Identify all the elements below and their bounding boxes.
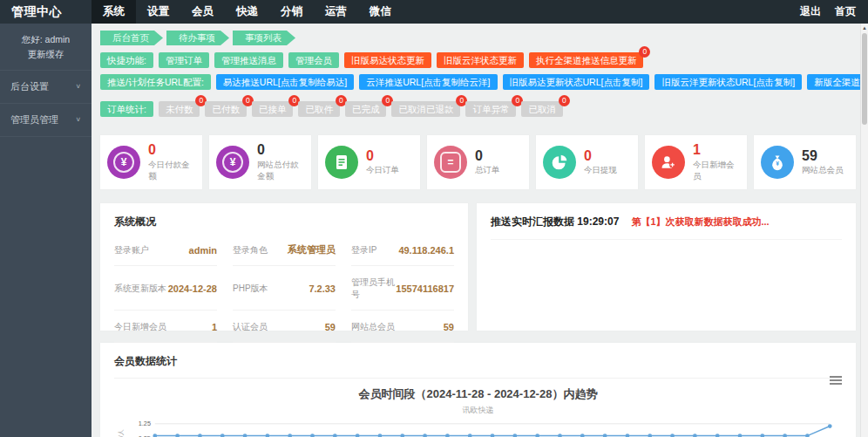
stat-card-value: 0 — [148, 142, 195, 158]
breadcrumb-item[interactable]: 事项列表 — [233, 31, 295, 45]
breadcrumb-item[interactable]: 后台首页 — [100, 31, 163, 45]
stat-card-value: 0 — [257, 142, 304, 158]
order-stat-已取件[interactable]: 已取件0 — [298, 101, 340, 117]
stat-card-网站总会员[interactable]: ¥59网站总会员 — [754, 135, 856, 189]
overview-cell-今日新增会员: 今日新增会员1 — [114, 311, 217, 343]
url-button-旧版云洋更新状态URL[点击复制][interactable]: 旧版云洋更新状态URL[点击复制] — [654, 74, 802, 90]
chart-menu-icon[interactable] — [830, 374, 842, 386]
top-nav: 系统设置会员快递分销运营微信 退出 首页 — [92, 0, 868, 24]
order-stat-已接单[interactable]: 已接单0 — [252, 101, 294, 117]
overview-value: 系统管理员 — [288, 243, 336, 256]
stat-card-网站总付款金额[interactable]: ¥0网站总付款金额 — [209, 135, 311, 189]
stat-card-label: 网站总付款金额 — [257, 160, 304, 182]
stat-card-icon-wrap — [325, 146, 358, 179]
order-stat-已取消[interactable]: 已取消0 — [521, 101, 563, 117]
stat-card-今日付款金额[interactable]: ¥0今日付款金额 — [100, 135, 202, 189]
overview-value: 7.2.33 — [309, 283, 336, 294]
breadcrumb-item[interactable]: 待办事项 — [166, 31, 229, 45]
panels-row: 系统概况 登录账户admin登录角色系统管理员登录IP49.118.246.1系… — [100, 203, 856, 331]
breadcrumb: 后台首页待办事项事项列表 — [100, 31, 856, 45]
sidebar-item-label: 后台设置 — [10, 80, 49, 93]
nav-tab-设置[interactable]: 设置 — [136, 0, 180, 24]
pie-chart-icon — [551, 154, 568, 171]
push-report-head: 推送实时汇报数据 19:29:07 第【1】次获取新数据获取成功... — [491, 215, 842, 240]
stat-card-value: 59 — [802, 148, 844, 164]
quick-button-管理推送消息[interactable]: 管理推送消息 — [214, 52, 283, 68]
stat-card-icon-wrap — [543, 146, 576, 179]
main-content: 后台首页待办事项事项列表 快捷功能:管理订单管理推送消息管理会员旧版易达状态更新… — [92, 24, 868, 437]
order-stat-已取消已退款[interactable]: 已取消已退款0 — [391, 101, 460, 117]
yen-icon: ¥ — [222, 152, 243, 173]
overview-label: 管理员手机号 — [351, 277, 396, 301]
nav-tab-会员[interactable]: 会员 — [180, 0, 225, 24]
overview-cell-网站总会员: 网站总会员59 — [351, 311, 454, 343]
stat-card-今日订单[interactable]: 0今日订单 — [318, 135, 420, 189]
overview-cell-认证会员: 认证会员59 — [233, 311, 336, 343]
nav-tab-微信[interactable]: 微信 — [358, 0, 403, 24]
overview-value: 59 — [444, 322, 454, 332]
refresh-cache-link[interactable]: 更新缓存 — [3, 47, 88, 62]
scrollbar[interactable]: ▲ — [860, 24, 868, 437]
equals-icon: = — [440, 152, 461, 173]
order-stat-订单异常[interactable]: 订单异常0 — [465, 101, 516, 117]
push-report-panel: 推送实时汇报数据 19:29:07 第【1】次获取新数据获取成功... — [477, 203, 856, 331]
stat-card-icon-wrap: ¥ — [761, 146, 794, 179]
nav-tab-分销[interactable]: 分销 — [269, 0, 314, 24]
member-stats-panel: 会员数据统计 会员时间段（2024-11-28 - 2024-12-28）内趋势… — [100, 343, 856, 437]
stat-card-label: 今日订单 — [366, 165, 399, 176]
overview-cell-管理员手机号: 管理员手机号15574116817 — [351, 266, 454, 311]
stat-card-今日提现[interactable]: 0今日提现 — [536, 135, 638, 189]
nav-tab-快递[interactable]: 快递 — [225, 0, 269, 24]
quick-button-旧版云洋状态更新[interactable]: 旧版云洋状态更新 — [437, 52, 524, 68]
push-report-title: 推送实时汇报数据 19:29:07 — [491, 215, 619, 229]
overview-title: 系统概况 — [114, 215, 454, 229]
admin-dashboard: 管理中心 系统设置会员快递分销运营微信 退出 首页 您好: admin 更新缓存… — [0, 0, 868, 437]
overview-label: 登录角色 — [233, 244, 268, 256]
overview-label: PHP版本 — [233, 283, 268, 295]
overview-value: 59 — [325, 322, 336, 332]
overview-value: 49.118.246.1 — [398, 245, 454, 256]
quick-button-旧版易达状态更新[interactable]: 旧版易达状态更新 — [344, 52, 431, 68]
app-logo: 管理中心 — [0, 0, 92, 24]
order-stat-未付数[interactable]: 未付数0 — [159, 101, 200, 117]
url-config-row: 推送/计划任务URL配置:易达推送URL[点击复制给易达]云洋推送URL[点击复… — [100, 74, 856, 90]
sidebar-item-管理员管理[interactable]: 管理员管理∨ — [0, 104, 92, 137]
overview-row: 今日新增会员1认证会员59网站总会员59 — [114, 311, 454, 343]
scrollbar-thumb[interactable] — [862, 33, 867, 125]
url-button-新版全渠道更新状态URL[点击复制][interactable]: 新版全渠道更新状态URL[点击复制] — [807, 74, 868, 90]
url-button-易达推送URL[点击复制给易达][interactable]: 易达推送URL[点击复制给易达] — [216, 74, 354, 90]
order-stat-已完成[interactable]: 已完成0 — [345, 101, 387, 117]
user-add-icon — [660, 154, 677, 171]
overview-cell-系统更新版本: 系统更新版本2024-12-28 — [114, 266, 217, 311]
svg-text:1.25: 1.25 — [139, 420, 151, 427]
stat-card-value: 0 — [366, 148, 399, 164]
logout-link[interactable]: 退出 — [800, 4, 821, 19]
stat-card-总订单[interactable]: =0总订单 — [427, 135, 529, 189]
home-link[interactable]: 首页 — [835, 4, 856, 19]
nav-tab-运营[interactable]: 运营 — [314, 0, 358, 24]
overview-value: 1 — [212, 322, 217, 332]
order-stat-已付数[interactable]: 已付数0 — [205, 101, 247, 117]
document-icon — [333, 154, 350, 171]
stat-card-今日新增会员[interactable]: 1今日新增会员 — [645, 135, 747, 189]
stat-card-label: 总订单 — [475, 165, 500, 176]
overview-cell-登录IP: 登录IP49.118.246.1 — [351, 233, 454, 266]
url-button-云洋推送URL[点击复制给云洋][interactable]: 云洋推送URL[点击复制给云洋] — [359, 74, 497, 90]
stat-card-text: 0网站总付款金额 — [257, 142, 304, 182]
quick-button-管理订单[interactable]: 管理订单 — [159, 52, 209, 68]
url-button-旧版易达更新状态URL[点击复制][interactable]: 旧版易达更新状态URL[点击复制] — [503, 74, 650, 90]
overview-label: 登录IP — [351, 244, 376, 256]
quick-button-管理会员[interactable]: 管理会员 — [288, 52, 339, 68]
quick-button-执行全渠道推送信息更新[interactable]: 执行全渠道推送信息更新0 — [529, 52, 644, 68]
overview-grid: 登录账户admin登录角色系统管理员登录IP49.118.246.1系统更新版本… — [114, 233, 454, 343]
sidebar-menu: 后台设置∨管理员管理∨ — [0, 71, 92, 137]
money-bag-icon: ¥ — [769, 154, 786, 171]
header: 管理中心 系统设置会员快递分销运营微信 退出 首页 — [0, 0, 868, 24]
stat-card-value: 0 — [584, 148, 617, 164]
sidebar-greeting: 您好: admin 更新缓存 — [0, 24, 92, 71]
stat-card-text: 0今日订单 — [366, 148, 399, 177]
scroll-up-icon[interactable]: ▲ — [861, 24, 868, 32]
sidebar-item-后台设置[interactable]: 后台设置∨ — [0, 71, 92, 104]
overview-row: 登录账户admin登录角色系统管理员登录IP49.118.246.1 — [114, 233, 454, 266]
nav-tab-系统[interactable]: 系统 — [92, 0, 136, 24]
